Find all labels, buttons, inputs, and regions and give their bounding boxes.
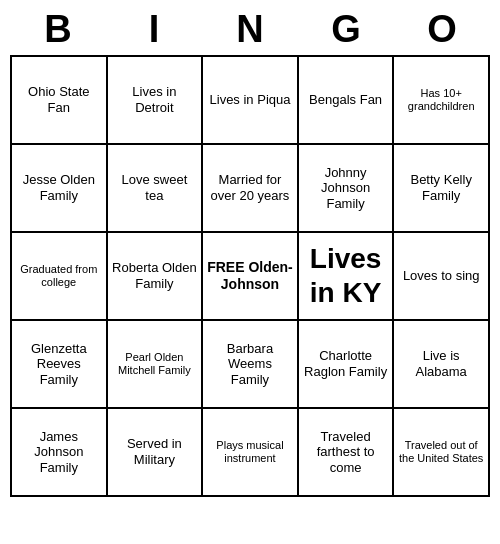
bingo-cell-18: Charlotte Raglon Family xyxy=(299,321,395,409)
bingo-cell-15: Glenzetta Reeves Family xyxy=(12,321,108,409)
bingo-cell-3: Bengals Fan xyxy=(299,57,395,145)
letter-n: N xyxy=(206,8,294,51)
bingo-cell-21: Served in Military xyxy=(108,409,204,497)
bingo-cell-24: Traveled out of the United States xyxy=(394,409,490,497)
bingo-cell-8: Johnny Johnson Family xyxy=(299,145,395,233)
bingo-cell-14: Loves to sing xyxy=(394,233,490,321)
bingo-cell-22: Plays musical instrument xyxy=(203,409,299,497)
bingo-cell-11: Roberta Olden Family xyxy=(108,233,204,321)
letter-i: I xyxy=(110,8,198,51)
bingo-cell-20: James Johnson Family xyxy=(12,409,108,497)
bingo-cell-23: Traveled farthest to come xyxy=(299,409,395,497)
bingo-cell-4: Has 10+ grandchildren xyxy=(394,57,490,145)
letter-o: O xyxy=(398,8,486,51)
bingo-cell-5: Jesse Olden Family xyxy=(12,145,108,233)
letter-g: G xyxy=(302,8,390,51)
bingo-cell-6: Love sweet tea xyxy=(108,145,204,233)
bingo-cell-10: Graduated from college xyxy=(12,233,108,321)
bingo-grid: Ohio State FanLives in DetroitLives in P… xyxy=(10,55,490,497)
bingo-cell-13: Lives in KY xyxy=(299,233,395,321)
letter-b: B xyxy=(14,8,102,51)
bingo-cell-12: FREE Olden-Johnson xyxy=(203,233,299,321)
bingo-cell-9: Betty Kelly Family xyxy=(394,145,490,233)
bingo-cell-0: Ohio State Fan xyxy=(12,57,108,145)
bingo-cell-17: Barbara Weems Family xyxy=(203,321,299,409)
bingo-cell-2: Lives in Piqua xyxy=(203,57,299,145)
bingo-cell-1: Lives in Detroit xyxy=(108,57,204,145)
bingo-cell-19: Live is Alabama xyxy=(394,321,490,409)
bingo-cell-16: Pearl Olden Mitchell Family xyxy=(108,321,204,409)
bingo-cell-7: Married for over 20 years xyxy=(203,145,299,233)
bingo-header: B I N G O xyxy=(10,8,490,51)
